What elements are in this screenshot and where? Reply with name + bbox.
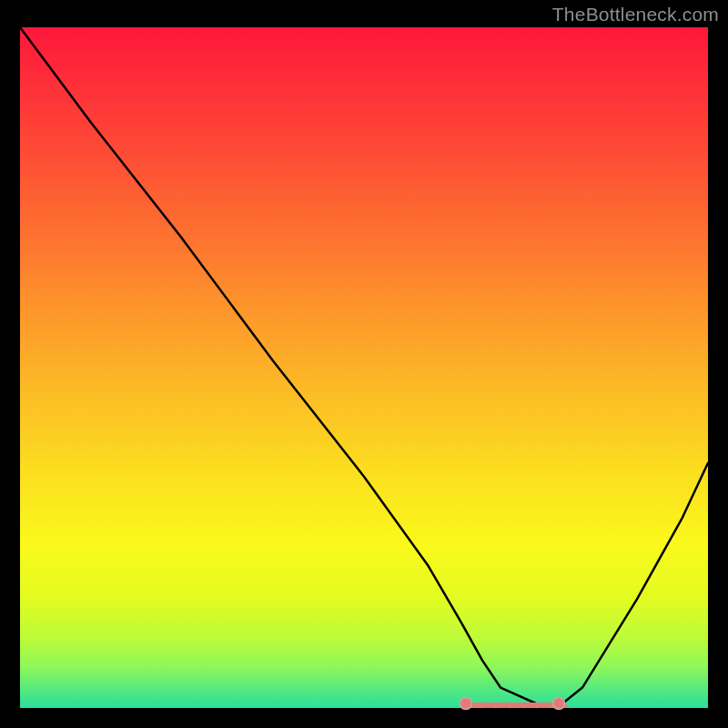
range-dot xyxy=(534,703,540,708)
plot-background xyxy=(20,27,708,708)
watermark-label: TheBottleneck.com xyxy=(552,4,719,25)
range-start-marker xyxy=(460,698,472,710)
range-dot xyxy=(480,703,485,708)
range-dot xyxy=(521,703,526,708)
bottleneck-chart xyxy=(0,0,728,728)
range-dot xyxy=(507,703,512,708)
chart-stage: TheBottleneck.com xyxy=(0,0,728,728)
range-end-marker xyxy=(553,698,565,710)
range-dot xyxy=(493,703,499,708)
